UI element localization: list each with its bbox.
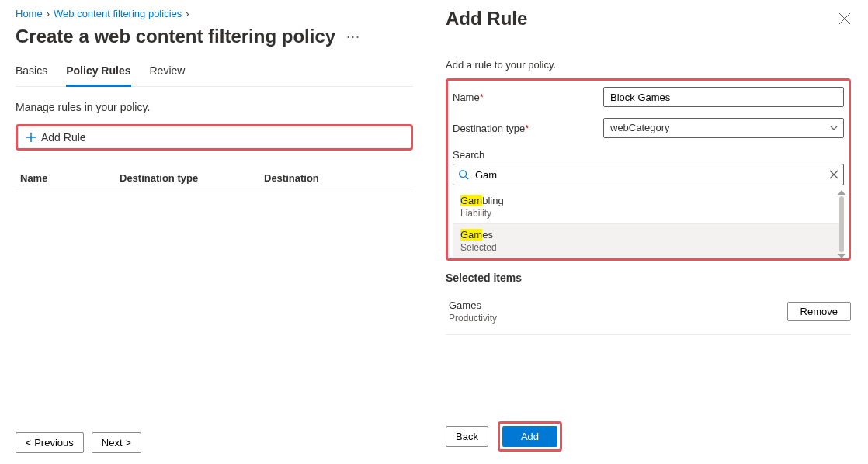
back-button[interactable]: Back: [446, 426, 488, 447]
name-label: Name*: [453, 92, 603, 103]
add-rule-button[interactable]: Add Rule: [18, 126, 94, 148]
highlight: Gam: [460, 229, 482, 241]
panel-body: Add a rule to your policy. Name* Destina…: [446, 59, 851, 409]
scroll-down-icon[interactable]: [838, 254, 845, 258]
tab-review[interactable]: Review: [150, 64, 186, 86]
destination-type-row: Destination type* webCategory: [453, 118, 844, 138]
search-result-games[interactable]: Games Selected: [453, 224, 844, 258]
add-rule-panel: Add Rule Add a rule to your policy. Name…: [429, 0, 868, 464]
selected-item-row: Games Productivity Remove: [446, 295, 851, 335]
tabs: Basics Policy Rules Review: [16, 64, 413, 87]
search-icon: [458, 169, 469, 180]
col-name: Name: [20, 172, 120, 184]
name-input[interactable]: [603, 87, 844, 107]
scroll-up-icon[interactable]: [838, 190, 845, 195]
page-title: Create a web content filtering policy: [16, 26, 335, 47]
clear-search-icon[interactable]: [829, 170, 838, 179]
highlight: Gam: [460, 195, 482, 206]
search-box[interactable]: [453, 164, 844, 185]
form-highlight-box: Name* Destination type* webCategory Sear…: [446, 78, 851, 261]
result-subtext: Liability: [460, 208, 836, 219]
search-results: Gambling Liability Games Selected: [453, 190, 844, 258]
destination-type-value: webCategory: [603, 118, 844, 138]
search-label: Search: [453, 149, 844, 161]
breadcrumb-filtering-policies[interactable]: Web content filtering policies: [54, 8, 182, 19]
add-rule-label: Add Rule: [41, 131, 86, 144]
panel-subtitle: Add a rule to your policy.: [446, 59, 851, 71]
destination-type-select[interactable]: webCategory: [603, 118, 844, 138]
plus-icon: [26, 132, 36, 143]
selected-item-text: Games Productivity: [449, 300, 787, 324]
scroll-thumb[interactable]: [839, 196, 844, 252]
breadcrumb-home[interactable]: Home: [16, 8, 43, 19]
more-actions-icon[interactable]: ···: [346, 29, 360, 45]
page-title-row: Create a web content filtering policy ··…: [16, 26, 413, 47]
next-button[interactable]: Next >: [92, 432, 141, 453]
add-rule-highlight: Add Rule: [16, 124, 413, 151]
rules-table-header: Name Destination type Destination: [16, 164, 413, 192]
svg-point-4: [460, 171, 467, 178]
chevron-right-icon: ›: [186, 8, 189, 19]
results-scrollbar[interactable]: [838, 190, 845, 258]
manage-rules-description: Manage rules in your policy.: [16, 101, 413, 113]
selected-item-title: Games: [449, 300, 787, 311]
panel-header: Add Rule: [446, 8, 851, 29]
search-input[interactable]: [475, 169, 829, 181]
close-icon[interactable]: [838, 12, 851, 25]
result-subtext: Selected: [460, 242, 836, 253]
left-pane: Home › Web content filtering policies › …: [0, 0, 429, 464]
tab-basics[interactable]: Basics: [16, 64, 47, 86]
selected-items-header: Selected items: [446, 272, 851, 284]
name-row: Name*: [453, 87, 844, 107]
selected-item-subtitle: Productivity: [449, 313, 787, 324]
add-button[interactable]: Add: [502, 426, 557, 447]
panel-footer: Back Add: [446, 409, 851, 464]
col-destination-type: Destination type: [120, 172, 264, 184]
add-button-highlight: Add: [498, 421, 562, 452]
col-destination: Destination: [264, 172, 408, 184]
svg-line-5: [466, 177, 469, 180]
left-footer: < Previous Next >: [16, 421, 413, 464]
panel-title: Add Rule: [446, 8, 527, 29]
remove-button[interactable]: Remove: [787, 302, 851, 321]
destination-type-label: Destination type*: [453, 123, 603, 134]
chevron-right-icon: ›: [47, 8, 50, 19]
previous-button[interactable]: < Previous: [16, 432, 84, 453]
breadcrumb: Home › Web content filtering policies ›: [16, 8, 413, 19]
search-result-gambling[interactable]: Gambling Liability: [453, 190, 844, 224]
chevron-down-icon: [830, 124, 838, 132]
tab-policy-rules[interactable]: Policy Rules: [66, 64, 130, 87]
